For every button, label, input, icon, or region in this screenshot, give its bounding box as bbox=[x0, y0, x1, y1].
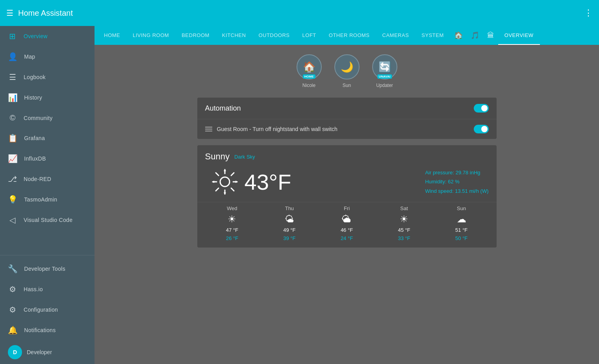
forecast-icon-sun: ☁ bbox=[457, 214, 466, 225]
grafana-icon: 📋 bbox=[8, 133, 18, 143]
lines-icon[interactable] bbox=[205, 127, 212, 131]
forecast-icon-sat: ☀ bbox=[400, 214, 408, 225]
hass-io-icon: ⚙ bbox=[8, 285, 17, 294]
entity-name-sun: Sun bbox=[343, 83, 351, 88]
home-icon: 🏠 bbox=[303, 61, 315, 73]
weather-temperature: 43 bbox=[245, 170, 269, 194]
air-pressure: Air pressure: 29.78 inHg bbox=[425, 168, 488, 177]
forecast-sun: Sun ☁ 51 °F 50 °F bbox=[446, 205, 477, 241]
forecast-high-sat: 45 °F bbox=[398, 227, 410, 233]
tasmoadmin-icon: 💡 bbox=[8, 195, 18, 204]
entities-row: 🏠 HOME Nicole 🌙 Sun 🔄 UNAVAI bbox=[104, 54, 590, 88]
tab-other-rooms[interactable]: OTHER ROOMS bbox=[323, 26, 376, 45]
entity-name-updater: Updater bbox=[376, 83, 393, 88]
forecast-high-wed: 47 °F bbox=[226, 227, 238, 233]
avatar: D bbox=[8, 345, 22, 359]
update-icon: 🔄 bbox=[378, 61, 391, 73]
forecast-icon-fri: 🌥 bbox=[342, 214, 351, 225]
automation-master-toggle[interactable] bbox=[474, 104, 489, 113]
menu-icon[interactable]: ☰ bbox=[6, 8, 13, 18]
sidebar-item-community[interactable]: © Community bbox=[0, 108, 95, 128]
sidebar-item-configuration[interactable]: ⚙ Configuration bbox=[0, 299, 95, 320]
sidebar-item-label: Map bbox=[24, 54, 35, 60]
entity-updater[interactable]: 🔄 UNAVAI Updater bbox=[372, 54, 397, 88]
more-options-icon[interactable]: ⋮ bbox=[584, 8, 593, 18]
forecast-day-name: Fri bbox=[344, 205, 350, 211]
automation-item-toggle-0[interactable] bbox=[474, 125, 489, 133]
tab-music-icon[interactable]: 🎵 bbox=[467, 26, 483, 45]
topbar: ☰ Home Assistant ⋮ bbox=[0, 0, 599, 26]
entity-circle-sun: 🌙 bbox=[334, 54, 360, 79]
tab-building-icon[interactable]: 🏛 bbox=[483, 26, 498, 45]
grid-icon: ⊞ bbox=[8, 31, 17, 41]
sidebar-item-label: Configuration bbox=[24, 307, 58, 313]
content-area: HOME LIVING ROOM BEDROOM KITCHEN OUTDOOR… bbox=[95, 26, 599, 364]
sidebar-item-influxdb[interactable]: 📈 InfluxDB bbox=[0, 148, 95, 169]
sidebar-item-vscode[interactable]: ◁ Visual Studio Code bbox=[0, 210, 95, 230]
moon-icon: 🌙 bbox=[341, 61, 353, 73]
tab-system[interactable]: SYSTEM bbox=[415, 26, 450, 45]
svg-line-6 bbox=[231, 173, 234, 176]
forecast-wed: Wed ☀ 47 °F 26 °F bbox=[216, 205, 248, 241]
tab-kitchen[interactable]: KITCHEN bbox=[216, 26, 252, 45]
forecast-low-fri: 24 °F bbox=[341, 235, 353, 241]
entity-circle-updater: 🔄 UNAVAI bbox=[372, 54, 397, 79]
forecast-low-wed: 26 °F bbox=[226, 235, 238, 241]
config-icon: ⚙ bbox=[8, 305, 17, 314]
sidebar-item-grafana[interactable]: 📋 Grafana bbox=[0, 128, 95, 148]
svg-line-5 bbox=[231, 188, 234, 191]
page-content: 🏠 HOME Nicole 🌙 Sun 🔄 UNAVAI bbox=[95, 45, 599, 364]
forecast-sat: Sat ☀ 45 °F 33 °F bbox=[388, 205, 420, 241]
sidebar-item-node-red[interactable]: ⎇ Node-RED bbox=[0, 169, 95, 189]
weather-condition: Sunny bbox=[205, 152, 230, 162]
sidebar-item-overview[interactable]: ⊞ Overview bbox=[0, 26, 95, 46]
forecast-high-fri: 46 °F bbox=[341, 227, 353, 233]
forecast-day-name: Sat bbox=[400, 205, 408, 211]
automation-item-label: Guest Room - Turn off nightstand with wa… bbox=[217, 126, 338, 132]
sidebar-item-label: Grafana bbox=[24, 135, 45, 141]
sidebar-item-label: Hass.io bbox=[24, 286, 43, 292]
sidebar-item-notifications[interactable]: 🔔 Notifications bbox=[0, 320, 95, 340]
tab-loft[interactable]: LOFT bbox=[296, 26, 323, 45]
entity-circle-nicole: 🏠 HOME bbox=[297, 54, 322, 79]
tab-living-room[interactable]: LIVING ROOM bbox=[126, 26, 175, 45]
sidebar-item-hass-io[interactable]: ⚙ Hass.io bbox=[0, 279, 95, 299]
forecast-low-sat: 33 °F bbox=[398, 235, 410, 241]
tab-home-icon[interactable]: 🏠 bbox=[450, 26, 467, 45]
sidebar-user[interactable]: D Developer bbox=[0, 340, 95, 364]
weather-source[interactable]: Dark Sky bbox=[234, 154, 255, 160]
bell-icon: 🔔 bbox=[8, 325, 18, 335]
tab-outdoors[interactable]: OUTDOORS bbox=[252, 26, 296, 45]
entity-nicole[interactable]: 🏠 HOME Nicole bbox=[297, 54, 322, 88]
sidebar-item-history[interactable]: 📊 History bbox=[0, 87, 95, 108]
history-icon: 📊 bbox=[8, 93, 18, 102]
sidebar-item-developer-tools[interactable]: 🔧 Developer Tools bbox=[0, 259, 95, 279]
svg-marker-9 bbox=[224, 169, 226, 171]
sidebar-item-label: Notifications bbox=[24, 327, 56, 333]
tab-bedroom[interactable]: BEDROOM bbox=[175, 26, 216, 45]
weather-header: Sunny Dark Sky bbox=[197, 145, 497, 165]
sidebar-item-label: InfluxDB bbox=[24, 155, 46, 162]
sidebar-item-label: Node-RED bbox=[24, 176, 51, 182]
sunny-icon bbox=[211, 168, 239, 196]
forecast-high-sun: 51 °F bbox=[455, 227, 467, 233]
svg-line-7 bbox=[216, 188, 219, 191]
sub-navbar: HOME LIVING ROOM BEDROOM KITCHEN OUTDOOR… bbox=[95, 26, 599, 45]
forecast-icon-thu: 🌤 bbox=[285, 214, 294, 225]
tab-home[interactable]: HOME bbox=[98, 26, 126, 45]
tab-overview[interactable]: OVERVIEW bbox=[498, 26, 540, 45]
sidebar: ⊞ Overview 👤 Map ☰ Logbook 📊 History © C… bbox=[0, 26, 95, 364]
weather-details: Air pressure: 29.78 inHg Humidity: 62 % … bbox=[425, 168, 488, 196]
automation-card: Automation Guest Room - Turn off nightst… bbox=[197, 98, 497, 139]
forecast-day-name: Sun bbox=[457, 205, 466, 211]
sidebar-item-label: Logbook bbox=[24, 74, 46, 80]
weather-icon-area bbox=[205, 168, 245, 196]
svg-marker-12 bbox=[236, 181, 238, 183]
automation-row-left: Guest Room - Turn off nightstand with wa… bbox=[205, 126, 338, 132]
sidebar-item-map[interactable]: 👤 Map bbox=[0, 46, 95, 67]
entity-sun[interactable]: 🌙 Sun bbox=[334, 54, 360, 88]
sidebar-item-logbook[interactable]: ☰ Logbook bbox=[0, 67, 95, 87]
tab-cameras[interactable]: CAMERAS bbox=[376, 26, 415, 45]
sidebar-item-tasmoadmin[interactable]: 💡 TasmoAdmin bbox=[0, 189, 95, 210]
forecast-icon-wed: ☀ bbox=[228, 214, 236, 225]
